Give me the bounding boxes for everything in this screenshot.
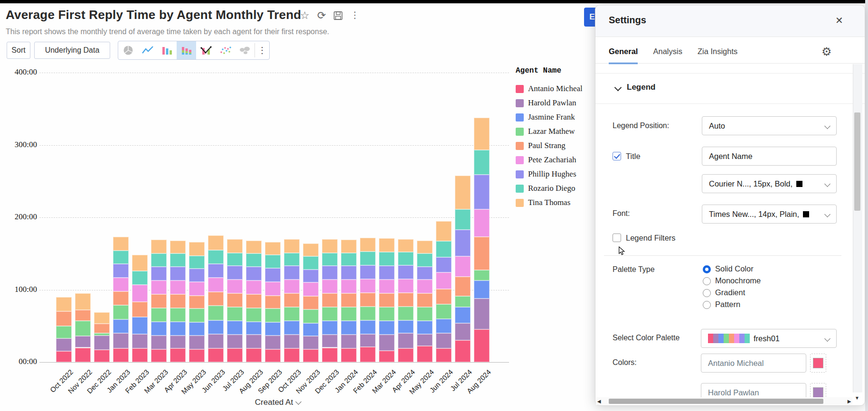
legend-item[interactable]: Tina Thomas: [516, 196, 596, 210]
radio-solid-color[interactable]: [703, 265, 711, 273]
bar-segment[interactable]: [455, 277, 471, 296]
horizontal-scrollbar-thumb[interactable]: [609, 399, 823, 404]
bar-segment[interactable]: [474, 299, 490, 330]
bar-segment[interactable]: [151, 336, 167, 349]
bar-segment[interactable]: [455, 340, 471, 362]
bar-segment[interactable]: [360, 334, 376, 347]
bar-segment[interactable]: [303, 243, 319, 256]
bar-segment[interactable]: [436, 241, 452, 257]
bar-segment[interactable]: [246, 253, 262, 266]
bar-segment[interactable]: [170, 280, 186, 294]
bar-segment[interactable]: [398, 307, 414, 320]
bar-segment[interactable]: [246, 294, 262, 308]
bar-segment[interactable]: [151, 322, 167, 336]
legend-title-input[interactable]: Agent Name: [702, 147, 837, 166]
gear-icon[interactable]: ⚙: [821, 45, 832, 58]
bar-segment[interactable]: [132, 255, 148, 271]
bar-segment[interactable]: [398, 239, 414, 252]
bar-segment[interactable]: [227, 307, 243, 321]
bar-segment[interactable]: [208, 320, 224, 334]
bar-segment[interactable]: [227, 321, 243, 335]
bar-segment[interactable]: [360, 307, 376, 320]
bar-segment[interactable]: [379, 280, 395, 293]
bar-segment[interactable]: [94, 336, 110, 350]
bar-segment[interactable]: [113, 348, 129, 362]
bar-segment[interactable]: [360, 252, 376, 265]
bar-segment[interactable]: [417, 307, 433, 321]
bar-segment[interactable]: [246, 267, 262, 280]
bar-segment[interactable]: [265, 296, 281, 308]
series-color-swatch[interactable]: [810, 354, 826, 373]
bar-segment[interactable]: [398, 348, 414, 362]
bar-segment[interactable]: [284, 266, 300, 280]
vertical-scrollbar-thumb[interactable]: [854, 112, 860, 211]
bar-segment[interactable]: [303, 323, 319, 336]
bar-segment[interactable]: [94, 324, 110, 333]
bar-segment[interactable]: [379, 321, 395, 335]
bar-segment[interactable]: [75, 293, 91, 310]
bar-segment[interactable]: [208, 235, 224, 250]
bar-segment[interactable]: [189, 308, 205, 322]
bar-segment[interactable]: [360, 279, 376, 293]
bar-segment[interactable]: [417, 253, 433, 266]
bar-segment[interactable]: [132, 285, 148, 302]
bar-segment[interactable]: [113, 291, 129, 305]
bar-segment[interactable]: [379, 293, 395, 307]
legend-item[interactable]: Paul Strang: [516, 139, 596, 153]
bar-segment[interactable]: [398, 252, 414, 265]
bar-segment[interactable]: [322, 321, 338, 335]
legend-title-font-dropdown[interactable]: Courier N..., 15px, Bold,: [702, 174, 837, 193]
bar-segment[interactable]: [417, 267, 433, 280]
bar-segment[interactable]: [170, 308, 186, 322]
bar-segment[interactable]: [322, 253, 338, 266]
legend-item[interactable]: Pete Zachariah: [516, 153, 596, 167]
bar-segment[interactable]: [379, 238, 395, 252]
radio-monochrome[interactable]: [703, 277, 711, 285]
bar-segment[interactable]: [455, 307, 471, 323]
bar-segment[interactable]: [417, 280, 433, 293]
bar-segment[interactable]: [303, 282, 319, 296]
bar-segment[interactable]: [417, 241, 433, 253]
bar-segment[interactable]: [341, 266, 357, 280]
bar-segment[interactable]: [455, 296, 471, 307]
bar-segment[interactable]: [322, 293, 338, 307]
bar-segment[interactable]: [398, 293, 414, 307]
bar-segment[interactable]: [208, 348, 224, 362]
bar-segment[interactable]: [436, 319, 452, 334]
bar-segment[interactable]: [189, 242, 205, 256]
radio-gradient[interactable]: [703, 289, 711, 297]
bar-segment[interactable]: [265, 308, 281, 322]
bar-segment[interactable]: [132, 302, 148, 317]
bar-segment[interactable]: [151, 267, 167, 280]
bar-segment[interactable]: [455, 209, 471, 230]
bar-segment[interactable]: [227, 280, 243, 293]
tab-zia-insights[interactable]: Zia Insights: [698, 47, 737, 63]
bar-segment[interactable]: [113, 278, 129, 291]
bar-segment[interactable]: [94, 312, 110, 324]
bar-segment[interactable]: [170, 294, 186, 308]
close-icon[interactable]: ✕: [835, 15, 843, 26]
bar-segment[interactable]: [322, 266, 338, 280]
color-palette-dropdown[interactable]: fresh01: [701, 329, 837, 348]
legend-item[interactable]: Antanio Micheal: [516, 82, 596, 96]
bar-segment[interactable]: [474, 175, 490, 209]
bar-segment[interactable]: [208, 278, 224, 292]
bar-segment[interactable]: [436, 333, 452, 348]
bar-segment[interactable]: [113, 237, 129, 251]
scroll-down-arrow-icon[interactable]: ▼: [855, 395, 859, 401]
bar-segment[interactable]: [455, 323, 471, 341]
bar-segment[interactable]: [341, 335, 357, 348]
bar-segment[interactable]: [436, 289, 452, 304]
bar-segment[interactable]: [417, 321, 433, 334]
x-axis-title-dropdown[interactable]: Created At: [240, 398, 316, 407]
bar-segment[interactable]: [56, 326, 72, 338]
bar-segment[interactable]: [284, 335, 300, 348]
bar-segment[interactable]: [265, 255, 281, 268]
bar-segment[interactable]: [208, 306, 224, 320]
bar-segment[interactable]: [56, 297, 72, 312]
bar-segment[interactable]: [398, 333, 414, 348]
bar-segment[interactable]: [284, 253, 300, 266]
bar-segment[interactable]: [436, 272, 452, 289]
title-checkbox[interactable]: [613, 152, 621, 160]
bar-segment[interactable]: [246, 241, 262, 253]
